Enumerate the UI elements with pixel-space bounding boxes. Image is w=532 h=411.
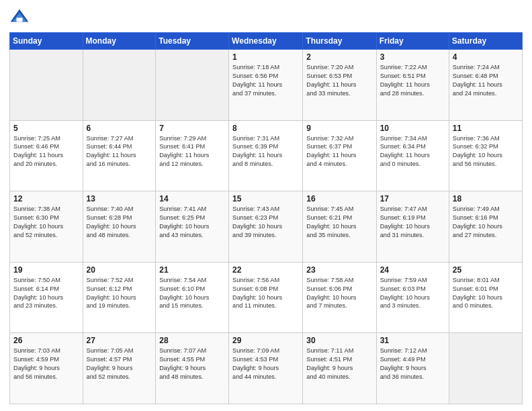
calendar-week-row: 26Sunrise: 7:03 AM Sunset: 4:59 PM Dayli… [10, 333, 523, 404]
day-header-sunday: Sunday [10, 33, 83, 50]
day-info: Sunrise: 7:50 AM Sunset: 6:14 PM Dayligh… [13, 276, 79, 311]
day-info: Sunrise: 7:22 AM Sunset: 6:51 PM Dayligh… [380, 63, 445, 98]
calendar-day-15: 15Sunrise: 7:43 AM Sunset: 6:23 PM Dayli… [229, 191, 303, 263]
calendar-day-20: 20Sunrise: 7:52 AM Sunset: 6:12 PM Dayli… [83, 262, 156, 333]
calendar-day-28: 28Sunrise: 7:07 AM Sunset: 4:55 PM Dayli… [156, 333, 229, 404]
day-info: Sunrise: 7:56 AM Sunset: 6:08 PM Dayligh… [232, 276, 299, 311]
day-header-monday: Monday [83, 33, 156, 50]
calendar-day-14: 14Sunrise: 7:41 AM Sunset: 6:25 PM Dayli… [156, 191, 229, 263]
calendar-day-1: 1Sunrise: 7:18 AM Sunset: 6:56 PM Daylig… [229, 50, 303, 121]
calendar-day-25: 25Sunrise: 8:01 AM Sunset: 6:01 PM Dayli… [449, 262, 522, 333]
day-number: 25 [453, 265, 519, 275]
day-info: Sunrise: 7:38 AM Sunset: 6:30 PM Dayligh… [13, 205, 79, 240]
page: SundayMondayTuesdayWednesdayThursdayFrid… [0, 0, 532, 411]
day-info: Sunrise: 7:41 AM Sunset: 6:25 PM Dayligh… [159, 205, 225, 240]
day-info: Sunrise: 7:49 AM Sunset: 6:16 PM Dayligh… [453, 205, 519, 240]
day-info: Sunrise: 7:05 AM Sunset: 4:57 PM Dayligh… [87, 347, 152, 381]
day-number: 3 [380, 52, 445, 62]
calendar-day-empty [10, 50, 83, 121]
day-number: 7 [159, 124, 225, 133]
calendar-day-18: 18Sunrise: 7:49 AM Sunset: 6:16 PM Dayli… [449, 191, 522, 263]
day-header-saturday: Saturday [449, 33, 522, 50]
calendar-day-22: 22Sunrise: 7:56 AM Sunset: 6:08 PM Dayli… [229, 262, 303, 333]
day-info: Sunrise: 7:03 AM Sunset: 4:59 PM Dayligh… [13, 347, 79, 381]
calendar-day-27: 27Sunrise: 7:05 AM Sunset: 4:57 PM Dayli… [83, 333, 156, 404]
calendar-day-24: 24Sunrise: 7:59 AM Sunset: 6:03 PM Dayli… [376, 262, 449, 333]
day-number: 6 [87, 124, 152, 133]
logo-icon [9, 7, 30, 27]
day-number: 22 [232, 265, 299, 275]
calendar-day-31: 31Sunrise: 7:12 AM Sunset: 4:49 PM Dayli… [376, 333, 449, 404]
day-number: 20 [87, 265, 152, 275]
calendar-day-19: 19Sunrise: 7:50 AM Sunset: 6:14 PM Dayli… [10, 262, 83, 333]
day-info: Sunrise: 7:52 AM Sunset: 6:12 PM Dayligh… [87, 276, 152, 311]
day-number: 26 [13, 336, 79, 345]
day-number: 16 [306, 194, 372, 203]
day-info: Sunrise: 7:11 AM Sunset: 4:51 PM Dayligh… [306, 347, 372, 381]
calendar-day-11: 11Sunrise: 7:36 AM Sunset: 6:32 PM Dayli… [449, 120, 522, 191]
day-number: 11 [453, 124, 519, 133]
day-number: 15 [232, 194, 299, 203]
calendar-day-30: 30Sunrise: 7:11 AM Sunset: 4:51 PM Dayli… [303, 333, 376, 404]
day-info: Sunrise: 7:31 AM Sunset: 6:39 PM Dayligh… [232, 134, 299, 169]
day-info: Sunrise: 7:54 AM Sunset: 6:10 PM Dayligh… [159, 276, 225, 311]
day-info: Sunrise: 7:32 AM Sunset: 6:37 PM Dayligh… [306, 134, 372, 169]
day-info: Sunrise: 8:01 AM Sunset: 6:01 PM Dayligh… [453, 276, 519, 311]
calendar-day-2: 2Sunrise: 7:20 AM Sunset: 6:53 PM Daylig… [303, 50, 376, 121]
day-info: Sunrise: 7:45 AM Sunset: 6:21 PM Dayligh… [306, 205, 372, 240]
day-header-thursday: Thursday [303, 33, 376, 50]
day-number: 30 [306, 336, 372, 345]
day-number: 27 [87, 336, 152, 345]
day-info: Sunrise: 7:27 AM Sunset: 6:44 PM Dayligh… [87, 134, 152, 169]
calendar-week-row: 5Sunrise: 7:25 AM Sunset: 6:46 PM Daylig… [10, 120, 523, 191]
day-header-friday: Friday [376, 33, 449, 50]
day-number: 29 [232, 336, 299, 345]
day-number: 13 [87, 194, 152, 203]
day-number: 18 [453, 194, 519, 203]
calendar-day-3: 3Sunrise: 7:22 AM Sunset: 6:51 PM Daylig… [376, 50, 449, 121]
day-header-wednesday: Wednesday [229, 33, 303, 50]
day-info: Sunrise: 7:07 AM Sunset: 4:55 PM Dayligh… [159, 347, 225, 381]
calendar-week-row: 12Sunrise: 7:38 AM Sunset: 6:30 PM Dayli… [10, 191, 523, 263]
day-info: Sunrise: 7:24 AM Sunset: 6:48 PM Dayligh… [453, 63, 519, 98]
day-number: 28 [159, 336, 225, 345]
day-info: Sunrise: 7:09 AM Sunset: 4:53 PM Dayligh… [232, 347, 299, 381]
calendar-day-29: 29Sunrise: 7:09 AM Sunset: 4:53 PM Dayli… [229, 333, 303, 404]
calendar-header-row: SundayMondayTuesdayWednesdayThursdayFrid… [10, 33, 523, 50]
calendar-day-21: 21Sunrise: 7:54 AM Sunset: 6:10 PM Dayli… [156, 262, 229, 333]
day-info: Sunrise: 7:34 AM Sunset: 6:34 PM Dayligh… [380, 134, 445, 169]
logo [9, 7, 32, 27]
calendar-day-9: 9Sunrise: 7:32 AM Sunset: 6:37 PM Daylig… [303, 120, 376, 191]
day-number: 17 [380, 194, 445, 203]
calendar-day-17: 17Sunrise: 7:47 AM Sunset: 6:19 PM Dayli… [376, 191, 449, 263]
day-number: 4 [453, 52, 519, 62]
day-number: 12 [13, 194, 79, 203]
calendar: SundayMondayTuesdayWednesdayThursdayFrid… [9, 32, 523, 404]
header [9, 7, 523, 27]
calendar-day-26: 26Sunrise: 7:03 AM Sunset: 4:59 PM Dayli… [10, 333, 83, 404]
day-number: 1 [232, 52, 299, 62]
calendar-week-row: 19Sunrise: 7:50 AM Sunset: 6:14 PM Dayli… [10, 262, 523, 333]
calendar-day-13: 13Sunrise: 7:40 AM Sunset: 6:28 PM Dayli… [83, 191, 156, 263]
day-number: 5 [13, 124, 79, 133]
calendar-day-7: 7Sunrise: 7:29 AM Sunset: 6:41 PM Daylig… [156, 120, 229, 191]
calendar-day-empty [83, 50, 156, 121]
day-info: Sunrise: 7:40 AM Sunset: 6:28 PM Dayligh… [87, 205, 152, 240]
calendar-day-6: 6Sunrise: 7:27 AM Sunset: 6:44 PM Daylig… [83, 120, 156, 191]
day-info: Sunrise: 7:59 AM Sunset: 6:03 PM Dayligh… [380, 276, 445, 311]
day-info: Sunrise: 7:36 AM Sunset: 6:32 PM Dayligh… [453, 134, 519, 169]
day-info: Sunrise: 7:43 AM Sunset: 6:23 PM Dayligh… [232, 205, 299, 240]
day-number: 23 [306, 265, 372, 275]
day-number: 24 [380, 265, 445, 275]
calendar-week-row: 1Sunrise: 7:18 AM Sunset: 6:56 PM Daylig… [10, 50, 523, 121]
calendar-day-empty [449, 333, 522, 404]
day-info: Sunrise: 7:58 AM Sunset: 6:06 PM Dayligh… [306, 276, 372, 311]
day-header-tuesday: Tuesday [156, 33, 229, 50]
day-number: 19 [13, 265, 79, 275]
day-info: Sunrise: 7:12 AM Sunset: 4:49 PM Dayligh… [380, 347, 445, 381]
day-info: Sunrise: 7:25 AM Sunset: 6:46 PM Dayligh… [13, 134, 79, 169]
calendar-day-5: 5Sunrise: 7:25 AM Sunset: 6:46 PM Daylig… [10, 120, 83, 191]
calendar-day-16: 16Sunrise: 7:45 AM Sunset: 6:21 PM Dayli… [303, 191, 376, 263]
calendar-day-8: 8Sunrise: 7:31 AM Sunset: 6:39 PM Daylig… [229, 120, 303, 191]
day-info: Sunrise: 7:18 AM Sunset: 6:56 PM Dayligh… [232, 63, 299, 98]
